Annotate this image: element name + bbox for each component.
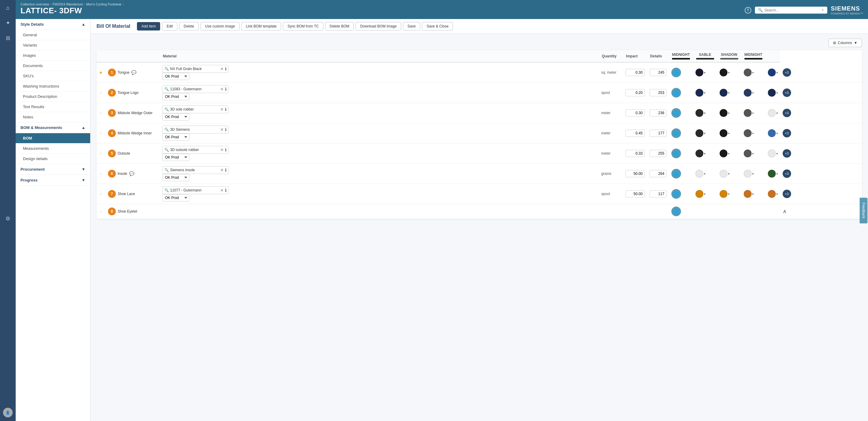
save-button[interactable]: Save <box>403 22 420 30</box>
sidebar-item-notes[interactable]: Notes <box>16 112 90 122</box>
styles-icon[interactable]: ✦ <box>3 18 13 28</box>
style-details-header[interactable]: Style Details ▲ <box>16 19 90 30</box>
swatch-dropdown-icon[interactable]: ▾ <box>752 192 754 196</box>
swatch-dropdown-icon[interactable]: ▾ <box>776 152 778 155</box>
swatch-dropdown-icon[interactable]: ▾ <box>752 152 754 155</box>
color-swatch[interactable]: ▾ <box>695 89 715 96</box>
chat-icon[interactable]: 💬 <box>131 70 136 75</box>
status-select[interactable]: OK Prod Pending Rejected <box>162 134 189 141</box>
quantity-input[interactable] <box>625 150 645 157</box>
swatch-dropdown-icon[interactable]: ▾ <box>728 132 730 135</box>
material-input[interactable] <box>170 168 219 172</box>
clear-material-icon[interactable]: ✕ <box>220 147 224 152</box>
swatch-dropdown-icon[interactable]: ▾ <box>704 172 706 175</box>
sidebar-item-images[interactable]: Images <box>16 51 90 61</box>
details-globe-button[interactable]: 🌐 <box>671 206 681 216</box>
more-colors-badge[interactable]: +3 <box>783 129 791 137</box>
color-swatch[interactable]: ▾ <box>768 109 778 117</box>
color-swatch[interactable]: ▾ <box>720 170 739 177</box>
swatch-dropdown-icon[interactable]: ▾ <box>776 172 778 175</box>
help-icon[interactable]: ? <box>745 7 751 13</box>
material-info-icon[interactable]: ℹ <box>225 66 226 71</box>
link-bom-template-button[interactable]: Link BOM template <box>241 22 281 30</box>
color-swatch[interactable]: ▾ <box>744 190 763 198</box>
tags-icon[interactable]: ⊞ <box>3 33 13 43</box>
color-swatch[interactable]: ▾ <box>720 190 739 198</box>
breadcrumb-wanderlust[interactable]: FW2024 Wanderlust <box>53 2 83 6</box>
delete-bom-button[interactable]: Delete BOM <box>325 22 354 30</box>
swatch-dropdown-icon[interactable]: ▾ <box>728 172 730 175</box>
settings-icon[interactable]: ⚙ <box>3 214 13 223</box>
color-swatch[interactable]: ▾ <box>744 68 763 77</box>
status-select[interactable]: OK Prod Pending Rejected <box>162 194 189 201</box>
color-swatch[interactable]: ▾ <box>720 109 739 117</box>
color-swatch[interactable]: ▾ <box>768 68 778 77</box>
swatch-dropdown-icon[interactable]: ▾ <box>752 111 754 115</box>
material-input[interactable] <box>170 188 219 192</box>
quantity-input[interactable] <box>625 170 645 177</box>
impact-input[interactable] <box>650 109 666 117</box>
search-input[interactable] <box>765 8 819 12</box>
color-swatch[interactable]: ▾ <box>744 129 763 137</box>
swatch-dropdown-icon[interactable]: ▾ <box>752 91 754 94</box>
details-globe-button[interactable]: 🌐 <box>671 189 681 199</box>
star-icon[interactable]: ★ <box>99 70 103 75</box>
impact-input[interactable] <box>650 170 666 177</box>
color-swatch[interactable]: ▾ <box>768 89 778 96</box>
details-globe-button[interactable]: 🌐 <box>671 68 681 77</box>
material-input[interactable] <box>170 107 219 111</box>
breadcrumb-collection[interactable]: Collection overview <box>21 2 49 6</box>
clear-material-icon[interactable]: ✕ <box>220 107 224 112</box>
search-dropdown-icon[interactable]: ▼ <box>821 8 824 12</box>
color-swatch[interactable]: ▾ <box>695 170 715 177</box>
star-icon[interactable]: ☆ <box>99 90 103 95</box>
swatch-dropdown-icon[interactable]: ▾ <box>752 172 754 175</box>
material-input[interactable] <box>170 67 219 71</box>
sidebar-item-general[interactable]: General <box>16 30 90 40</box>
chat-icon[interactable]: 💬 <box>129 171 134 176</box>
impact-input[interactable] <box>650 150 666 157</box>
color-swatch[interactable]: ▾ <box>744 89 763 96</box>
swatch-dropdown-icon[interactable]: ▾ <box>752 132 754 135</box>
swatch-dropdown-icon[interactable]: ▾ <box>776 111 778 115</box>
color-swatch[interactable]: ▾ <box>744 170 763 177</box>
sidebar-item-product-description[interactable]: Product Description <box>16 91 90 102</box>
clear-material-icon[interactable]: ✕ <box>220 127 224 132</box>
clear-material-icon[interactable]: ✕ <box>220 168 224 172</box>
details-globe-button[interactable]: 🌐 <box>671 108 681 118</box>
material-info-icon[interactable]: ℹ <box>225 147 226 152</box>
swatch-dropdown-icon[interactable]: ▾ <box>776 132 778 135</box>
sidebar-item-bom[interactable]: BOM <box>16 133 90 143</box>
material-input[interactable] <box>170 128 219 132</box>
color-swatch[interactable]: ▾ <box>768 190 778 198</box>
sidebar-item-measurements[interactable]: Measurements <box>16 143 90 154</box>
star-icon[interactable]: ☆ <box>99 171 103 176</box>
swatch-dropdown-icon[interactable]: ▾ <box>728 71 730 74</box>
progress-header[interactable]: Progress ▼ <box>16 175 90 186</box>
status-select[interactable]: OK Prod Pending Rejected <box>162 73 189 80</box>
swatch-dropdown-icon[interactable]: ▾ <box>704 91 706 94</box>
sidebar-item-washing[interactable]: Washing Instructions <box>16 81 90 91</box>
swatch-dropdown-icon[interactable]: ▾ <box>752 71 754 74</box>
sidebar-item-documents[interactable]: Documents <box>16 61 90 71</box>
status-select[interactable]: OK Prod Pending Rejected <box>162 174 189 181</box>
columns-button[interactable]: ⊞ Columns ▼ <box>829 39 862 47</box>
swatch-dropdown-icon[interactable]: ▾ <box>704 71 706 74</box>
sidebar-item-skus[interactable]: SKU's <box>16 71 90 81</box>
quantity-input[interactable] <box>625 190 645 198</box>
expand-icon[interactable]: ∧ <box>783 208 786 215</box>
swatch-dropdown-icon[interactable]: ▾ <box>776 192 778 196</box>
material-info-icon[interactable]: ℹ <box>225 107 226 112</box>
quantity-input[interactable] <box>625 109 645 117</box>
impact-input[interactable] <box>650 69 666 76</box>
color-swatch[interactable]: ▾ <box>768 170 778 177</box>
feedback-tab[interactable]: Feedback <box>860 198 868 223</box>
color-swatch[interactable]: ▾ <box>695 129 715 137</box>
material-info-icon[interactable]: ℹ <box>225 87 226 91</box>
home-icon[interactable]: ⌂ <box>3 3 13 13</box>
color-swatch[interactable]: ▾ <box>768 149 778 157</box>
delete-button[interactable]: Delete <box>179 22 199 30</box>
sidebar-item-design-details[interactable]: Design details <box>16 154 90 164</box>
color-swatch[interactable]: ▾ <box>744 149 763 157</box>
swatch-dropdown-icon[interactable]: ▾ <box>704 152 706 155</box>
